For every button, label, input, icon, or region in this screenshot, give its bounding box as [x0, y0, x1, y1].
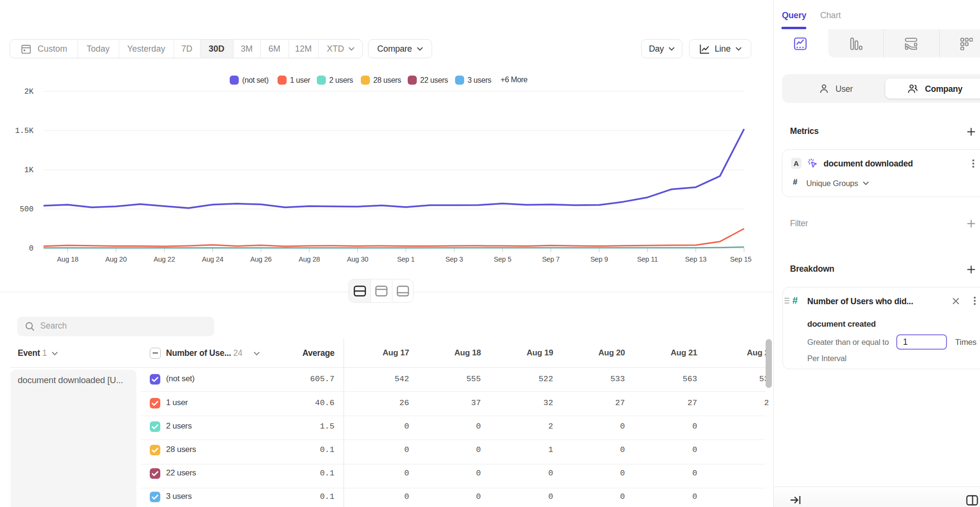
svg-text:Aug 30: Aug 30: [347, 255, 368, 263]
svg-text:Sep 5: Sep 5: [494, 255, 512, 263]
svg-text:Aug 26: Aug 26: [250, 255, 272, 263]
svg-text:1K: 1K: [24, 166, 34, 175]
svg-text:Sep 9: Sep 9: [590, 255, 608, 263]
svg-text:500: 500: [20, 205, 33, 214]
svg-text:0: 0: [29, 244, 33, 253]
svg-text:Sep 13: Sep 13: [685, 255, 707, 263]
svg-text:Sep 1: Sep 1: [397, 255, 415, 263]
svg-text:Aug 18: Aug 18: [57, 255, 78, 263]
svg-text:Aug 22: Aug 22: [154, 255, 175, 263]
svg-text:2K: 2K: [24, 88, 34, 96]
svg-text:Aug 24: Aug 24: [202, 255, 223, 263]
svg-text:Sep 3: Sep 3: [445, 255, 463, 263]
svg-text:Sep 15: Sep 15: [730, 255, 752, 263]
svg-text:Aug 20: Aug 20: [105, 255, 127, 263]
svg-text:Sep 11: Sep 11: [637, 255, 658, 263]
svg-text:1.5K: 1.5K: [15, 127, 34, 135]
svg-text:Sep 7: Sep 7: [542, 255, 560, 263]
svg-text:Aug 28: Aug 28: [299, 255, 320, 263]
